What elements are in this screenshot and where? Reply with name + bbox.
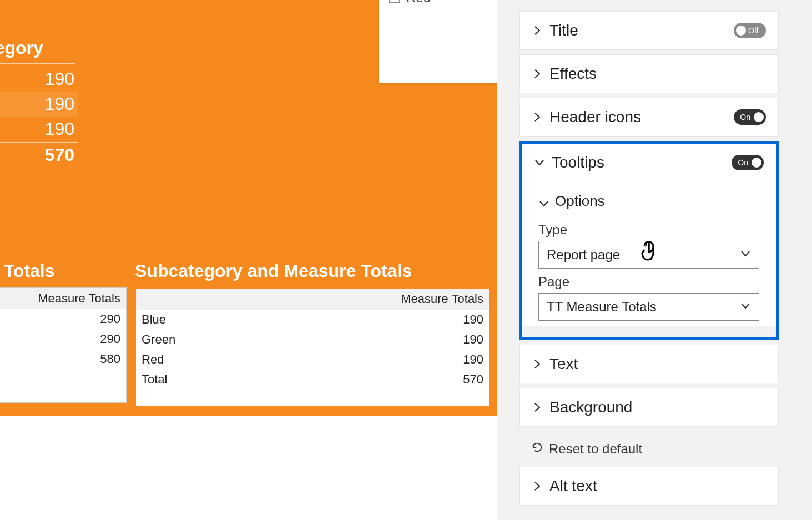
sub-table-title: Subcategory and Measure Totals <box>135 261 412 281</box>
format-pane[interactable]: Title Off Effects Header icons On Toolti… <box>497 0 812 520</box>
page-select-value: TT Measure Totals <box>547 299 740 315</box>
title-toggle[interactable]: Off <box>734 23 766 38</box>
tooltips-highlight: Tooltips On Options Type Report page Pag… <box>519 141 779 340</box>
sub-table-header: Measure Totals <box>136 289 489 310</box>
options-label: Options <box>555 193 605 210</box>
type-select-value: Report page <box>547 247 740 262</box>
slicer-card[interactable]: Red <box>379 0 497 83</box>
section-label: Header icons <box>549 108 727 126</box>
chevron-down-icon <box>740 299 751 315</box>
upper-row-1: 190 <box>0 67 78 92</box>
tooltips-toggle[interactable]: On <box>732 155 764 170</box>
chevron-right-icon <box>532 359 543 370</box>
column-header-partial: tegory <box>0 38 43 58</box>
section-alt-text[interactable]: Alt text <box>519 467 779 506</box>
section-label: Tooltips <box>552 154 725 171</box>
section-label: Title <box>549 22 727 39</box>
table-row: 580 <box>0 349 126 369</box>
chevron-right-icon <box>532 25 543 36</box>
left-table-title: e Totals <box>0 261 55 281</box>
left-table-header: Measure Totals <box>0 288 126 309</box>
options-header[interactable]: Options <box>538 186 759 216</box>
section-label: Alt text <box>549 477 766 495</box>
upper-row-3: 190 <box>0 117 78 142</box>
chevron-right-icon <box>532 402 543 413</box>
section-tooltips[interactable]: Tooltips On Options Type Report page Pag… <box>522 144 776 326</box>
section-label: Effects <box>549 65 766 83</box>
left-table-col-measure: Measure Totals <box>9 291 120 306</box>
reset-icon <box>531 441 543 457</box>
table-row: 290 <box>0 329 126 349</box>
tooltips-options: Options Type Report page Page TT Measure… <box>522 181 776 326</box>
slicer-label: Red <box>406 0 431 6</box>
subcategory-table[interactable]: Measure Totals Blue190 Green190 Red190 T… <box>135 287 490 407</box>
section-title[interactable]: Title Off <box>519 11 779 50</box>
chevron-right-icon <box>532 68 543 79</box>
page-select[interactable]: TT Measure Totals <box>538 293 759 321</box>
checkbox-icon[interactable] <box>389 0 400 3</box>
tooltip-background: Red tegory 190 190 190 570 e Totals Subc… <box>0 0 497 416</box>
chevron-down-icon <box>538 196 549 207</box>
section-label: Text <box>549 355 766 373</box>
sub-table-col-measure: Measure Totals <box>372 292 483 306</box>
section-header-icons[interactable]: Header icons On <box>519 98 779 137</box>
report-canvas: Red tegory 190 190 190 570 e Totals Subc… <box>0 0 497 520</box>
chevron-down-icon <box>740 247 751 262</box>
upper-row-2: 190 <box>0 92 78 117</box>
page-field-label: Page <box>538 274 759 290</box>
upper-total: 570 <box>0 142 78 168</box>
table-row: 290 <box>0 309 126 329</box>
header-underline <box>0 63 75 64</box>
left-table[interactable]: Measure Totals 290 290 580 <box>0 287 127 403</box>
header-icons-toggle[interactable]: On <box>734 109 766 125</box>
type-field-label: Type <box>538 222 759 238</box>
section-label: Background <box>549 398 766 416</box>
table-row: Red190 <box>136 350 489 370</box>
reset-to-default[interactable]: Reset to default <box>519 431 779 467</box>
type-select[interactable]: Report page <box>538 241 759 269</box>
chevron-right-icon <box>532 481 543 492</box>
table-row: Green190 <box>136 330 489 350</box>
chevron-right-icon <box>532 112 543 123</box>
section-text[interactable]: Text <box>519 345 779 383</box>
reset-label: Reset to default <box>549 441 642 457</box>
table-row: Blue190 <box>136 310 489 330</box>
chevron-down-icon <box>534 157 545 168</box>
section-effects[interactable]: Effects <box>519 54 779 93</box>
slicer-item-red[interactable]: Red <box>379 0 497 7</box>
table-row: Total570 <box>136 370 489 390</box>
upper-values-table: 190 190 190 570 <box>0 67 78 168</box>
section-background[interactable]: Background <box>519 388 779 427</box>
